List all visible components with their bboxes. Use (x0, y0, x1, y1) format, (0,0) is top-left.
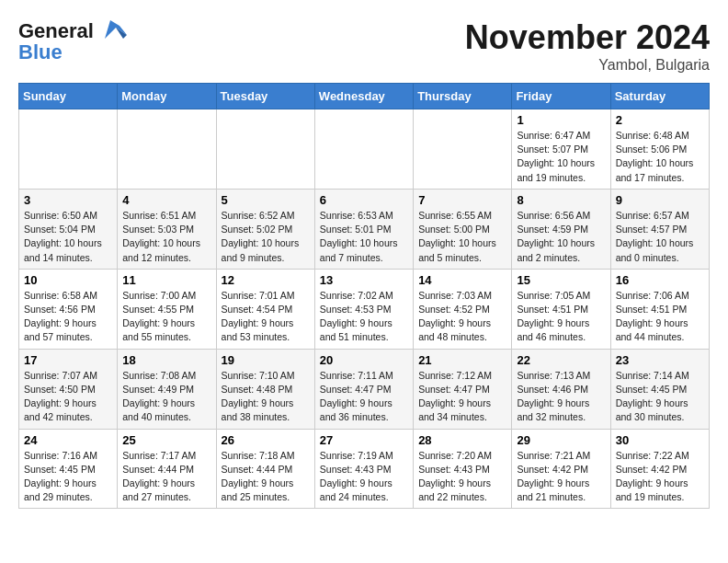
day-number: 21 (418, 353, 506, 367)
calendar-cell: 29Sunrise: 7:21 AM Sunset: 4:42 PM Dayli… (512, 429, 610, 509)
day-number: 25 (122, 433, 210, 447)
day-number: 6 (320, 193, 408, 207)
calendar-cell: 14Sunrise: 7:03 AM Sunset: 4:52 PM Dayli… (414, 269, 512, 349)
calendar-cell (314, 109, 413, 190)
calendar-cell: 15Sunrise: 7:05 AM Sunset: 4:51 PM Dayli… (512, 269, 610, 349)
calendar-cell: 13Sunrise: 7:02 AM Sunset: 4:53 PM Dayli… (314, 269, 413, 349)
calendar-cell: 19Sunrise: 7:10 AM Sunset: 4:48 PM Dayli… (216, 349, 314, 429)
day-number: 27 (320, 433, 408, 447)
calendar-week-row: 3Sunrise: 6:50 AM Sunset: 5:04 PM Daylig… (19, 189, 710, 269)
day-info: Sunrise: 7:20 AM Sunset: 4:43 PM Dayligh… (418, 449, 506, 505)
calendar-cell: 21Sunrise: 7:12 AM Sunset: 4:47 PM Dayli… (414, 349, 512, 429)
calendar-cell: 10Sunrise: 6:58 AM Sunset: 4:56 PM Dayli… (19, 269, 118, 349)
day-number: 15 (517, 273, 605, 287)
calendar-cell: 27Sunrise: 7:19 AM Sunset: 4:43 PM Dayli… (314, 429, 413, 509)
calendar-cell: 7Sunrise: 6:55 AM Sunset: 5:00 PM Daylig… (414, 189, 512, 269)
calendar-cell: 6Sunrise: 6:53 AM Sunset: 5:01 PM Daylig… (314, 189, 413, 269)
calendar-cell: 25Sunrise: 7:17 AM Sunset: 4:44 PM Dayli… (118, 429, 216, 509)
day-info: Sunrise: 7:07 AM Sunset: 4:50 PM Dayligh… (24, 369, 112, 425)
day-info: Sunrise: 7:19 AM Sunset: 4:43 PM Dayligh… (320, 449, 408, 505)
day-number: 20 (320, 353, 408, 367)
day-info: Sunrise: 6:57 AM Sunset: 4:57 PM Dayligh… (616, 209, 704, 265)
calendar-cell: 24Sunrise: 7:16 AM Sunset: 4:45 PM Dayli… (19, 429, 118, 509)
day-info: Sunrise: 7:02 AM Sunset: 4:53 PM Dayligh… (320, 289, 408, 345)
weekday-header-cell: Tuesday (216, 84, 314, 109)
day-number: 1 (517, 113, 605, 127)
day-number: 12 (222, 273, 310, 287)
calendar-cell (19, 109, 118, 190)
calendar-cell: 30Sunrise: 7:22 AM Sunset: 4:42 PM Dayli… (610, 429, 709, 509)
day-info: Sunrise: 7:08 AM Sunset: 4:49 PM Dayligh… (122, 369, 210, 425)
calendar-week-row: 24Sunrise: 7:16 AM Sunset: 4:45 PM Dayli… (19, 429, 710, 509)
day-info: Sunrise: 6:50 AM Sunset: 5:04 PM Dayligh… (24, 209, 112, 265)
day-number: 16 (616, 273, 704, 287)
location: Yambol, Bulgaria (465, 57, 710, 74)
day-info: Sunrise: 7:13 AM Sunset: 4:46 PM Dayligh… (517, 369, 605, 425)
calendar-cell: 11Sunrise: 7:00 AM Sunset: 4:55 PM Dayli… (118, 269, 216, 349)
day-info: Sunrise: 6:53 AM Sunset: 5:01 PM Dayligh… (320, 209, 408, 265)
day-number: 4 (122, 193, 210, 207)
day-number: 19 (222, 353, 310, 367)
day-number: 13 (320, 273, 408, 287)
weekday-header-row: SundayMondayTuesdayWednesdayThursdayFrid… (19, 84, 710, 109)
logo-blue: Blue (18, 40, 63, 64)
day-number: 30 (616, 433, 704, 447)
calendar-cell: 1Sunrise: 6:47 AM Sunset: 5:07 PM Daylig… (512, 109, 610, 190)
weekday-header-cell: Thursday (414, 84, 512, 109)
day-info: Sunrise: 7:01 AM Sunset: 4:54 PM Dayligh… (222, 289, 310, 345)
day-number: 10 (24, 273, 112, 287)
day-number: 2 (616, 113, 704, 127)
logo: General Blue (18, 18, 127, 64)
day-info: Sunrise: 7:00 AM Sunset: 4:55 PM Dayligh… (122, 289, 210, 345)
calendar-cell: 5Sunrise: 6:52 AM Sunset: 5:02 PM Daylig… (216, 189, 314, 269)
day-info: Sunrise: 7:22 AM Sunset: 4:42 PM Dayligh… (616, 449, 704, 505)
calendar-week-row: 1Sunrise: 6:47 AM Sunset: 5:07 PM Daylig… (19, 109, 710, 190)
day-number: 26 (222, 433, 310, 447)
day-info: Sunrise: 7:21 AM Sunset: 4:42 PM Dayligh… (517, 449, 605, 505)
day-info: Sunrise: 6:56 AM Sunset: 4:59 PM Dayligh… (517, 209, 605, 265)
calendar-week-row: 10Sunrise: 6:58 AM Sunset: 4:56 PM Dayli… (19, 269, 710, 349)
day-number: 22 (517, 353, 605, 367)
day-info: Sunrise: 7:10 AM Sunset: 4:48 PM Dayligh… (222, 369, 310, 425)
calendar-cell: 12Sunrise: 7:01 AM Sunset: 4:54 PM Dayli… (216, 269, 314, 349)
day-info: Sunrise: 7:11 AM Sunset: 4:47 PM Dayligh… (320, 369, 408, 425)
calendar-cell: 2Sunrise: 6:48 AM Sunset: 5:06 PM Daylig… (610, 109, 709, 190)
day-info: Sunrise: 6:47 AM Sunset: 5:07 PM Dayligh… (517, 129, 605, 185)
day-info: Sunrise: 6:51 AM Sunset: 5:03 PM Dayligh… (122, 209, 210, 265)
day-number: 5 (222, 193, 310, 207)
calendar-cell: 16Sunrise: 7:06 AM Sunset: 4:51 PM Dayli… (610, 269, 709, 349)
weekday-header-cell: Sunday (19, 84, 118, 109)
weekday-header-cell: Friday (512, 84, 610, 109)
calendar-cell (216, 109, 314, 190)
day-number: 28 (418, 433, 506, 447)
weekday-header-cell: Saturday (610, 84, 709, 109)
day-info: Sunrise: 6:58 AM Sunset: 4:56 PM Dayligh… (24, 289, 112, 345)
day-number: 14 (418, 273, 506, 287)
logo-general: General (18, 19, 94, 42)
day-number: 3 (24, 193, 112, 207)
calendar-body: 1Sunrise: 6:47 AM Sunset: 5:07 PM Daylig… (19, 109, 710, 509)
day-info: Sunrise: 7:05 AM Sunset: 4:51 PM Dayligh… (517, 289, 605, 345)
calendar-cell: 8Sunrise: 6:56 AM Sunset: 4:59 PM Daylig… (512, 189, 610, 269)
logo-bird-icon (97, 18, 127, 44)
calendar-cell: 23Sunrise: 7:14 AM Sunset: 4:45 PM Dayli… (610, 349, 709, 429)
day-number: 11 (122, 273, 210, 287)
month-title: November 2024 (465, 18, 710, 57)
day-info: Sunrise: 6:52 AM Sunset: 5:02 PM Dayligh… (222, 209, 310, 265)
calendar-cell: 3Sunrise: 6:50 AM Sunset: 5:04 PM Daylig… (19, 189, 118, 269)
calendar-cell: 28Sunrise: 7:20 AM Sunset: 4:43 PM Dayli… (414, 429, 512, 509)
day-number: 8 (517, 193, 605, 207)
day-info: Sunrise: 7:06 AM Sunset: 4:51 PM Dayligh… (616, 289, 704, 345)
day-info: Sunrise: 7:03 AM Sunset: 4:52 PM Dayligh… (418, 289, 506, 345)
calendar-cell: 22Sunrise: 7:13 AM Sunset: 4:46 PM Dayli… (512, 349, 610, 429)
day-number: 7 (418, 193, 506, 207)
day-number: 17 (24, 353, 112, 367)
day-number: 29 (517, 433, 605, 447)
day-info: Sunrise: 7:18 AM Sunset: 4:44 PM Dayligh… (222, 449, 310, 505)
day-number: 24 (24, 433, 112, 447)
calendar-week-row: 17Sunrise: 7:07 AM Sunset: 4:50 PM Dayli… (19, 349, 710, 429)
calendar-cell: 4Sunrise: 6:51 AM Sunset: 5:03 PM Daylig… (118, 189, 216, 269)
day-info: Sunrise: 7:17 AM Sunset: 4:44 PM Dayligh… (122, 449, 210, 505)
day-info: Sunrise: 7:12 AM Sunset: 4:47 PM Dayligh… (418, 369, 506, 425)
calendar-cell: 26Sunrise: 7:18 AM Sunset: 4:44 PM Dayli… (216, 429, 314, 509)
